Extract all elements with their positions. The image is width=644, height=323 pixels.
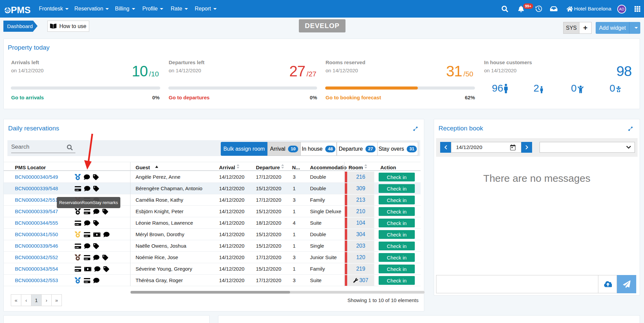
svg-text:U: U [6, 9, 8, 12]
